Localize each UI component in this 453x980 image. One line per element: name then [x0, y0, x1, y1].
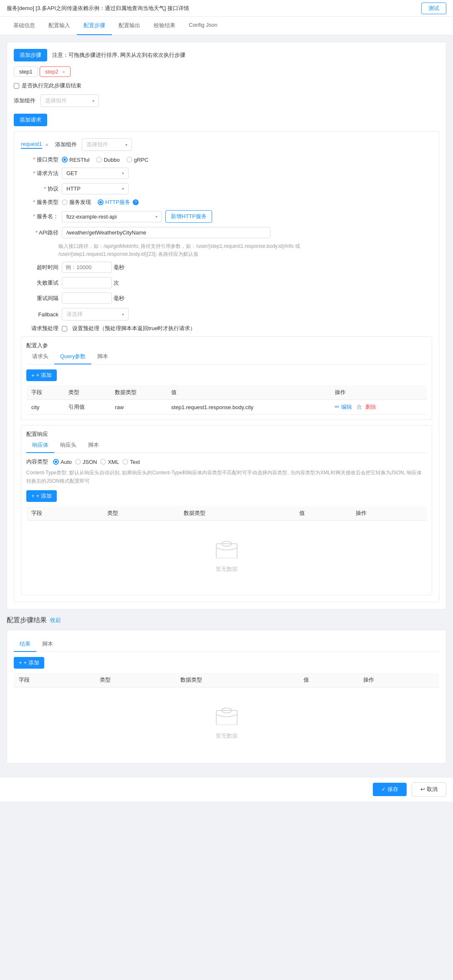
resp-col-field: 字段 — [26, 506, 102, 521]
result-tabs: 结果 脚本 — [14, 637, 439, 652]
add-param-button[interactable]: + + 添加 — [26, 369, 57, 381]
service-name-select[interactable]: fizz-example-rest-api ▾ — [62, 211, 162, 222]
cell-actions: ✏ 编辑 合 删除 — [330, 400, 427, 415]
res-col-type: 类型 — [95, 673, 176, 687]
config-response-tab-body[interactable]: 响应体 — [26, 438, 54, 453]
save-button[interactable]: ✓ 保存 — [373, 783, 407, 796]
timeout-input[interactable] — [62, 262, 112, 273]
result-header: 配置步骤结果 收起 — [7, 616, 446, 625]
add-result-param-button[interactable]: + + 添加 — [14, 657, 44, 669]
radio-text[interactable]: Text — [122, 459, 140, 465]
request-method-label: 请求方法 — [21, 170, 58, 177]
retry-interval-input[interactable] — [62, 293, 112, 304]
radio-dot-dubbo — [96, 157, 102, 163]
cancel-icon: ↩ — [420, 786, 425, 792]
radio-http-service[interactable]: HTTP服务 ? — [98, 199, 139, 206]
empty-icon — [214, 537, 239, 562]
radio-dot-grpc — [127, 157, 132, 163]
protocol-label: 协议 — [21, 185, 58, 193]
radio-service-discovery[interactable]: 服务发现 — [62, 199, 91, 206]
fallback-label: Fallback — [21, 311, 58, 318]
step-tab-close-icon[interactable]: × — [62, 69, 65, 74]
config-input-tab-script[interactable]: 脚本 — [91, 349, 114, 364]
bottom-actions: ✓ 保存 ↩ 取消 — [0, 777, 453, 802]
request-select-component-dropdown[interactable]: 选择组件 ▾ — [82, 138, 132, 151]
result-empty-text: 暂无数据 — [216, 732, 238, 740]
tab-basic-info[interactable]: 基础信息 — [7, 17, 42, 35]
retry-interval-unit: 毫秒 — [114, 295, 124, 302]
service-name-label: 服务名： — [21, 213, 58, 220]
add-step-button[interactable]: 添加步骤 — [14, 49, 47, 61]
config-response-tab-script[interactable]: 脚本 — [82, 438, 105, 453]
radio-json[interactable]: JSON — [75, 459, 97, 465]
radio-restful[interactable]: RESTful — [62, 157, 89, 163]
result-tab-results[interactable]: 结果 — [14, 637, 36, 652]
add-component-label: 添加组件 — [14, 97, 37, 104]
col-value: 值 — [166, 385, 330, 400]
test-button[interactable]: 测试 — [421, 3, 446, 14]
retry-interval-label: 重试间隔 — [21, 295, 58, 302]
resp-col-data-type: 数据类型 — [179, 506, 294, 521]
radio-dot-service-discovery — [62, 199, 68, 205]
separator-1: 合 — [357, 404, 362, 410]
response-empty-text: 暂无数据 — [216, 565, 238, 573]
page-title: [3.多API之间传递依赖示例：通过归属地查询当地天气] 接口详情 — [35, 5, 189, 11]
edit-icon[interactable]: ✏ 编辑 — [335, 404, 352, 410]
config-input-tab-headers[interactable]: 请求头 — [26, 349, 54, 364]
retry-input[interactable] — [62, 277, 112, 288]
finish-checkbox[interactable] — [14, 83, 19, 89]
request-tag: request1 — [21, 141, 42, 149]
finish-checkbox-label: 是否执行完此步骤后结束 — [22, 82, 81, 89]
protocol-select[interactable]: HTTP ▾ — [62, 183, 129, 194]
preprocess-checkbox[interactable] — [62, 326, 67, 331]
col-data-type: 数据类型 — [110, 385, 166, 400]
config-response-tab-headers[interactable]: 响应头 — [54, 438, 82, 453]
cancel-button[interactable]: ↩ 取消 — [412, 782, 446, 797]
step-tab-2[interactable]: step2 × — [40, 66, 71, 77]
new-http-service-button[interactable]: 新增HTTP服务 — [165, 210, 212, 223]
http-service-info-icon[interactable]: ? — [133, 199, 139, 205]
config-input-tab-query[interactable]: Query参数 — [54, 349, 91, 364]
add-response-param-button[interactable]: + + 添加 — [26, 490, 57, 502]
tab-config-input[interactable]: 配置输入 — [42, 17, 77, 35]
config-input-tabs: 请求头 Query参数 脚本 — [26, 349, 427, 364]
delete-icon[interactable]: 删除 — [365, 404, 376, 410]
res-col-value: 值 — [299, 673, 358, 687]
tab-config-steps[interactable]: 配置步骤 — [77, 17, 112, 35]
radio-grpc[interactable]: gRPC — [127, 157, 149, 163]
fallback-select[interactable]: 请选择 ▾ — [62, 308, 129, 321]
config-input-label: 配置入参 — [26, 342, 48, 349]
radio-dot-text — [122, 459, 128, 465]
result-title: 配置步骤结果 — [7, 616, 47, 625]
radio-dot-xml — [100, 459, 106, 465]
service-name-group: fizz-example-rest-api ▾ 新增HTTP服务 — [62, 210, 212, 223]
result-table: 字段 类型 数据类型 值 操作 — [14, 673, 439, 687]
step-tabs: step1 step2 × — [14, 66, 439, 77]
step-tab-1[interactable]: step1 — [14, 66, 38, 77]
tab-config-output[interactable]: 配置输出 — [112, 17, 147, 35]
main-content: 添加步骤 注意：可拖拽步骤进行排序, 网关从左到右依次执行步骤 step1 st… — [0, 35, 453, 777]
finish-checkbox-row: 是否执行完此步骤后结束 — [14, 82, 439, 89]
radio-dubbo[interactable]: Dubbo — [96, 157, 119, 163]
step-header: 添加步骤 注意：可拖拽步骤进行排序, 网关从左到右依次执行步骤 — [14, 49, 439, 61]
content-type-row: 内容类型 Auto JSON XML Text — [26, 458, 427, 466]
request-method-select[interactable]: GET ▾ — [62, 168, 129, 179]
tab-verify-result[interactable]: 校验结果 — [147, 17, 182, 35]
res-col-field: 字段 — [14, 673, 95, 687]
interface-type-row: 接口类型 RESTful Dubbo gRPC — [21, 156, 432, 163]
request-block: request1 × 添加组件 选择组件 ▾ 接口类型 RESTful — [14, 131, 439, 602]
radio-xml[interactable]: XML — [100, 459, 119, 465]
add-request-button[interactable]: 添加请求 — [14, 114, 47, 126]
api-path-input[interactable] — [62, 227, 271, 238]
chevron-down-icon: ▾ — [92, 99, 94, 103]
resp-col-action: 操作 — [351, 506, 427, 521]
preprocess-group: 设置预处理（预处理脚本本返回true时才执行请求） — [62, 325, 195, 332]
select-component-dropdown[interactable]: 选择组件 ▾ — [40, 94, 99, 107]
collapse-link[interactable]: 收起 — [50, 616, 61, 624]
tab-config-json[interactable]: Config Json — [182, 17, 224, 35]
col-type: 类型 — [63, 385, 110, 400]
config-response-section: 配置响应 响应体 响应头 脚本 内容类型 Auto JSON — [21, 425, 432, 595]
result-tab-script[interactable]: 脚本 — [36, 637, 59, 652]
request-close-icon[interactable]: × — [46, 142, 49, 148]
radio-auto[interactable]: Auto — [53, 459, 72, 465]
